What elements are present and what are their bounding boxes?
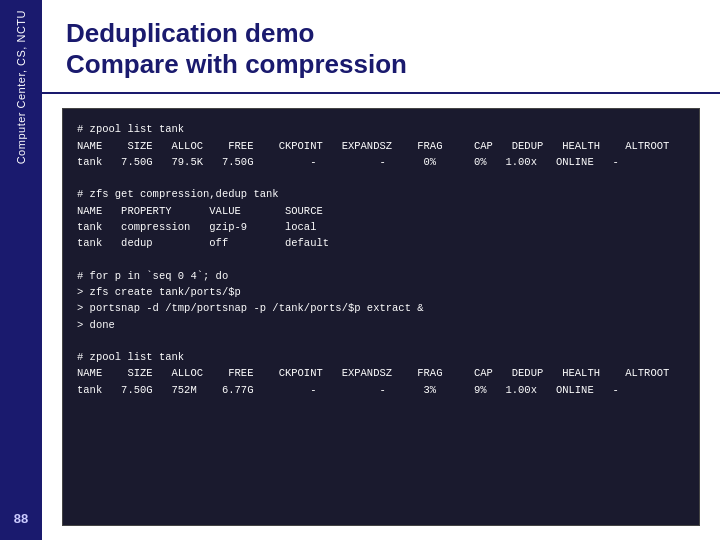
terminal-content: # zpool list tank NAME SIZE ALLOC FREE C… [77, 121, 685, 398]
sidebar-label: Computer Center, CS, NCTU [14, 10, 28, 164]
page-number: 88 [14, 511, 28, 526]
terminal-box: # zpool list tank NAME SIZE ALLOC FREE C… [62, 108, 700, 526]
sidebar: Computer Center, CS, NCTU 88 [0, 0, 42, 540]
content-area: # zpool list tank NAME SIZE ALLOC FREE C… [42, 94, 720, 540]
main-content: Deduplication demo Compare with compress… [42, 0, 720, 540]
header: Deduplication demo Compare with compress… [42, 0, 720, 94]
page-title: Deduplication demo Compare with compress… [66, 18, 696, 80]
